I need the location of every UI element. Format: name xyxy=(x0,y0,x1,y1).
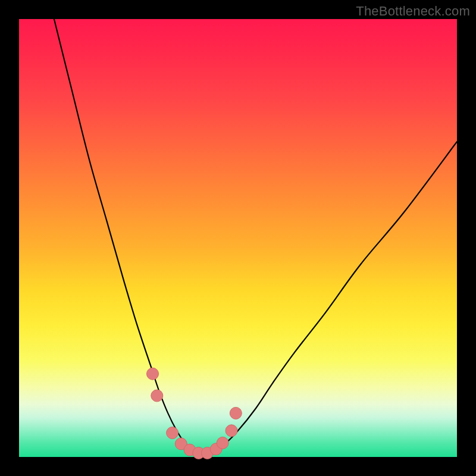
curve-marker xyxy=(226,425,237,437)
curve-marker xyxy=(167,427,178,439)
curve-marker xyxy=(230,407,242,419)
curve-marker xyxy=(151,390,163,402)
curve-svg xyxy=(19,19,457,457)
bottleneck-curve xyxy=(54,19,457,455)
chart-frame: TheBottleneck.com xyxy=(0,0,476,476)
watermark-text: TheBottleneck.com xyxy=(356,4,470,19)
curve-marker xyxy=(217,437,228,449)
curve-marker xyxy=(147,368,159,380)
curve-markers xyxy=(147,368,242,459)
plot-area xyxy=(19,19,457,457)
